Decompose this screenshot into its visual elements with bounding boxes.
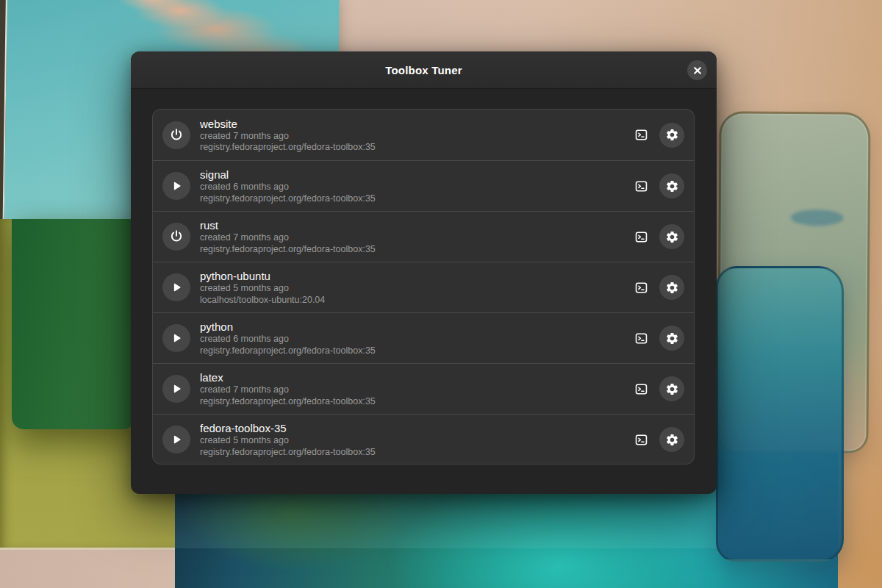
toolbox-row: fedora-toolbox-35 created 5 months ago r… — [153, 414, 694, 465]
toolbox-created: created 5 months ago — [200, 435, 376, 447]
settings-button[interactable] — [659, 275, 684, 300]
toolbox-name: website — [200, 117, 376, 131]
toolbox-image: registry.fedoraproject.org/fedora-toolbo… — [200, 142, 376, 154]
open-terminal-button[interactable] — [629, 377, 653, 401]
open-terminal-button[interactable] — [629, 276, 653, 299]
toolbox-row: signal created 6 months ago registry.fed… — [153, 160, 694, 211]
toolbox-image: registry.fedoraproject.org/fedora-toolbo… — [200, 345, 376, 357]
play-icon — [169, 331, 184, 345]
toolbox-info: rust created 7 months ago registry.fedor… — [200, 218, 376, 255]
toolbox-image: localhost/toolbox-ubuntu:20.04 — [200, 295, 325, 306]
titlebar[interactable]: Toolbox Tuner — [131, 51, 717, 89]
toolbox-row: latex created 7 months ago registry.fedo… — [153, 363, 694, 414]
toolbox-info: python created 6 months ago registry.fed… — [200, 320, 376, 356]
gear-icon — [665, 331, 679, 345]
start-stop-button[interactable] — [162, 324, 190, 352]
toolbox-created: created 7 months ago — [200, 384, 376, 396]
toolbox-created: created 7 months ago — [200, 131, 376, 143]
close-button[interactable] — [687, 60, 707, 80]
gear-icon — [665, 179, 679, 193]
power-icon — [169, 229, 184, 244]
play-icon — [169, 432, 184, 447]
toolbox-row: rust created 7 months ago registry.fedor… — [153, 211, 694, 262]
start-stop-button[interactable] — [162, 121, 190, 149]
terminal-icon — [634, 433, 648, 447]
start-stop-button[interactable] — [162, 172, 190, 200]
window-title: Toolbox Tuner — [385, 64, 462, 76]
settings-button[interactable] — [659, 123, 684, 148]
wallpaper-green-rectangle — [12, 219, 135, 429]
row-actions — [629, 123, 684, 148]
toolbox-image: registry.fedoraproject.org/fedora-toolbo… — [200, 447, 376, 459]
row-actions — [629, 326, 684, 351]
toolbox-image: registry.fedoraproject.org/fedora-toolbo… — [200, 396, 376, 408]
settings-button[interactable] — [659, 376, 684, 401]
terminal-icon — [634, 382, 648, 396]
power-icon — [169, 128, 184, 143]
toolbox-created: created 6 months ago — [200, 182, 376, 193]
gear-icon — [665, 128, 679, 142]
toolbox-row: python created 6 months ago registry.fed… — [153, 312, 694, 363]
terminal-icon — [634, 331, 648, 345]
gear-icon — [665, 382, 679, 396]
toolbox-image: registry.fedoraproject.org/fedora-toolbo… — [200, 244, 376, 256]
gear-icon — [665, 433, 679, 447]
toolbox-image: registry.fedoraproject.org/fedora-toolbo… — [200, 193, 376, 205]
wallpaper-glass-teal-shape — [716, 266, 844, 562]
toolbox-created: created 5 months ago — [200, 283, 325, 295]
close-icon — [693, 66, 702, 75]
terminal-icon — [634, 179, 648, 193]
toolbox-info: fedora-toolbox-35 created 5 months ago r… — [200, 421, 376, 458]
play-icon — [169, 381, 184, 396]
terminal-icon — [634, 128, 648, 142]
start-stop-button[interactable] — [162, 223, 190, 251]
toolbox-info: website created 7 months ago registry.fe… — [200, 117, 376, 154]
row-actions — [629, 224, 684, 249]
toolbox-row: python-ubuntu created 5 months ago local… — [153, 262, 694, 312]
toolbox-name: python-ubuntu — [200, 269, 325, 283]
play-icon — [169, 179, 184, 193]
open-terminal-button[interactable] — [629, 225, 653, 248]
toolbox-name: signal — [200, 168, 376, 182]
toolbox-created: created 7 months ago — [200, 232, 376, 244]
settings-button[interactable] — [659, 173, 684, 198]
settings-button[interactable] — [659, 326, 684, 351]
gear-icon — [665, 281, 679, 295]
terminal-icon — [634, 281, 648, 295]
open-terminal-button[interactable] — [629, 123, 653, 147]
toolbox-created: created 6 months ago — [200, 334, 376, 345]
row-actions — [629, 427, 684, 452]
row-actions — [629, 173, 684, 198]
wallpaper-teal-smudge — [791, 209, 844, 226]
toolbox-info: python-ubuntu created 5 months ago local… — [200, 269, 325, 306]
play-icon — [169, 280, 184, 295]
toolbox-name: rust — [200, 218, 376, 232]
open-terminal-button[interactable] — [629, 428, 653, 451]
toolbox-info: latex created 7 months ago registry.fedo… — [200, 370, 376, 407]
row-actions — [629, 275, 684, 300]
gear-icon — [665, 230, 679, 244]
open-terminal-button[interactable] — [629, 174, 653, 198]
toolbox-info: signal created 6 months ago registry.fed… — [200, 168, 376, 204]
toolbox-name: python — [200, 320, 376, 334]
toolbox-list: website created 7 months ago registry.fe… — [152, 109, 695, 465]
row-actions — [629, 376, 684, 401]
start-stop-button[interactable] — [162, 375, 190, 403]
toolbox-row: website created 7 months ago registry.fe… — [153, 110, 694, 160]
toolbox-tuner-window: Toolbox Tuner w — [131, 51, 717, 494]
toolbox-name: fedora-toolbox-35 — [200, 421, 376, 435]
open-terminal-button[interactable] — [629, 326, 653, 350]
toolbox-name: latex — [200, 370, 376, 384]
settings-button[interactable] — [659, 224, 684, 249]
start-stop-button[interactable] — [162, 273, 190, 301]
window-content: website created 7 months ago registry.fe… — [131, 89, 717, 494]
settings-button[interactable] — [659, 427, 684, 452]
start-stop-button[interactable] — [162, 426, 190, 453]
terminal-icon — [634, 230, 648, 244]
